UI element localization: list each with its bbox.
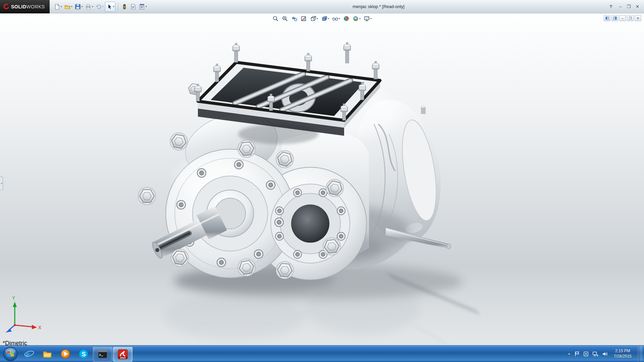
maximize-button[interactable]: ❐	[627, 4, 631, 9]
command-prompt-icon	[98, 350, 108, 359]
open-button[interactable]: ▾	[63, 2, 73, 12]
feature-panel-collapsed-tab[interactable]: ◂	[0, 177, 3, 190]
zoom-to-fit-icon	[272, 15, 279, 22]
file-properties-button[interactable]	[129, 2, 137, 12]
taskbar-solidworks[interactable]: 2015	[113, 347, 132, 362]
panel-toggle-right-icon	[613, 16, 617, 20]
window-controls: ? – ❐ ✕	[609, 4, 644, 9]
section-view-icon	[301, 15, 307, 22]
taskbar-internet-explorer[interactable]: e	[20, 346, 38, 362]
display-style-cube-icon	[321, 15, 327, 22]
apply-scene-button[interactable]: ▾	[352, 15, 361, 22]
graphics-viewport[interactable]: ▾ ▾ ▾	[0, 13, 644, 345]
system-tray: ▲ 2:15 PM 7/28/2015	[568, 346, 644, 362]
zoom-to-area-button[interactable]	[281, 15, 288, 22]
document-minimize-button[interactable]: –	[619, 15, 626, 21]
action-center-flag-icon[interactable]	[574, 351, 580, 357]
view-settings-monitor-icon	[364, 15, 370, 22]
document-close-button[interactable]: ✕	[635, 15, 641, 21]
windows-start-icon	[3, 347, 18, 361]
show-desktop-button[interactable]	[638, 346, 643, 362]
options-button[interactable]: ▾	[138, 2, 148, 12]
help-button[interactable]: ?	[609, 4, 612, 9]
select-cursor-icon	[106, 3, 113, 10]
close-button[interactable]: ✕	[636, 4, 639, 9]
orientation-triad: Y X	[2, 294, 46, 335]
panel-toggle-left-button[interactable]	[604, 15, 610, 21]
document-restore-button[interactable]: ❐	[627, 15, 634, 21]
rebuild-traffic-light-icon	[121, 3, 128, 10]
volume-icon[interactable]	[602, 351, 608, 357]
document-window-controls: – ❐ ✕	[604, 15, 641, 21]
brand-text: SOLIDWORKS	[11, 4, 45, 9]
file-properties-icon	[130, 3, 137, 10]
triad-y-label: Y	[12, 295, 15, 301]
panel-toggle-right-button[interactable]	[611, 15, 618, 21]
hide-show-items-button[interactable]: ▾	[332, 15, 340, 22]
start-button[interactable]	[3, 346, 18, 362]
taskbar-skype[interactable]: S	[74, 346, 93, 362]
appearance-ball-icon	[343, 15, 350, 22]
windows-taskbar: e S	[0, 345, 644, 362]
solidworks-window: SOLIDWORKS ▾ ▾ ▾	[0, 0, 644, 362]
minimize-button[interactable]: –	[619, 4, 622, 9]
previous-view-icon	[291, 15, 298, 22]
open-folder-icon	[64, 3, 71, 10]
taskbar-clock[interactable]: 2:15 PM 7/28/2015	[614, 349, 632, 359]
triad-x-label: X	[38, 325, 42, 330]
panel-toggle-left-icon	[605, 16, 609, 20]
save-button[interactable]: ▾	[74, 2, 84, 12]
zoom-to-area-icon	[282, 15, 288, 22]
toolbar-separator	[118, 3, 118, 11]
document-title: menjac sklop * [Read-only]	[148, 4, 609, 9]
eyeglasses-icon	[332, 15, 338, 22]
folder-icon	[42, 349, 52, 359]
dassault-systemes-logo-icon	[3, 3, 9, 10]
solidworks-logo: SOLIDWORKS	[0, 0, 50, 13]
skype-icon: S	[78, 349, 89, 359]
gearbox-3d-model[interactable]	[0, 13, 644, 345]
svg-text:2015: 2015	[120, 356, 126, 359]
view-orientation-label: *Dimetric	[3, 340, 27, 345]
tray-app-icon[interactable]	[583, 351, 589, 357]
apply-scene-icon	[353, 15, 359, 22]
media-player-icon	[60, 349, 70, 359]
main-toolbar: ▾ ▾ ▾ ▾	[50, 2, 148, 12]
internet-explorer-icon: e	[24, 349, 35, 359]
title-bar: SOLIDWORKS ▾ ▾ ▾	[0, 0, 644, 13]
taskbar-media-player[interactable]	[56, 346, 74, 362]
select-button[interactable]: ▾	[105, 2, 115, 12]
new-document-icon	[54, 3, 60, 10]
save-icon	[74, 3, 81, 10]
print-icon	[85, 3, 92, 10]
network-icon[interactable]	[592, 351, 598, 357]
view-settings-button[interactable]: ▾	[363, 15, 372, 22]
options-icon	[139, 3, 145, 10]
previous-view-button[interactable]	[291, 15, 298, 22]
view-orientation-cube-icon	[310, 15, 316, 22]
svg-text:S: S	[82, 351, 86, 357]
print-button[interactable]: ▾	[84, 2, 94, 12]
clock-time: 2:15 PM	[614, 349, 632, 354]
heads-up-view-toolbar: ▾ ▾ ▾	[272, 15, 372, 22]
edit-appearance-button[interactable]	[343, 15, 350, 22]
display-style-button[interactable]: ▾	[321, 15, 329, 22]
svg-text:e: e	[26, 349, 30, 359]
show-hidden-icons-button[interactable]: ▲	[568, 352, 571, 355]
undo-button[interactable]: ▾	[95, 2, 104, 12]
section-view-button[interactable]	[300, 15, 307, 22]
taskbar-windows-explorer[interactable]	[38, 346, 56, 362]
taskbar-command-prompt[interactable]	[93, 347, 112, 362]
zoom-to-fit-button[interactable]	[272, 15, 279, 22]
clock-date: 7/28/2015	[614, 354, 632, 359]
view-orientation-button[interactable]: ▾	[310, 15, 318, 22]
undo-icon	[95, 3, 102, 10]
solidworks-app-icon: 2015	[117, 349, 128, 360]
rebuild-button[interactable]	[120, 2, 128, 12]
new-document-button[interactable]: ▾	[53, 2, 63, 12]
